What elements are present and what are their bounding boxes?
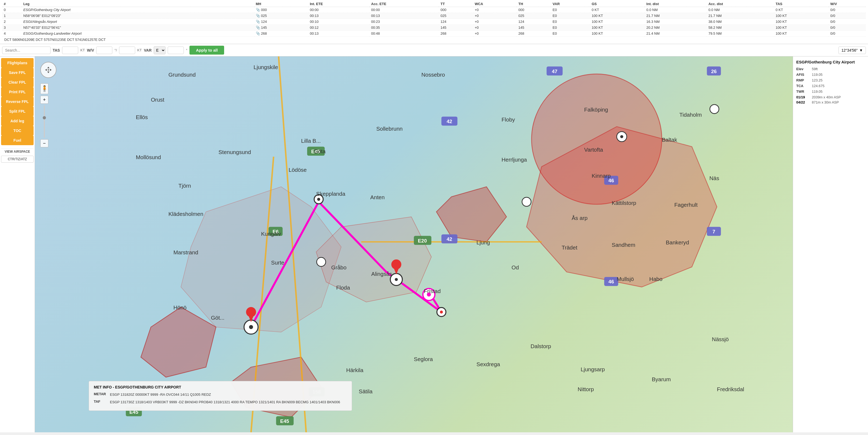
sidebar-btn-save-fpl[interactable]: Save FPL [1,68,34,78]
sidebar-btn-split-fpl[interactable]: Split FPL [1,107,34,116]
table-row[interactable]: 2ESGI/Alingsås Airport📎 12400:1000:23124… [2,19,866,25]
flight-table: # Leg MH Int. ETE Acc. ETE TT WCA TH VAR… [2,1,866,36]
col-mh: MH [254,1,308,7]
table-cell: 00:48 [370,31,439,36]
sidebar-btn-clear-fpl[interactable]: Clear FPL [1,78,34,87]
zoom-in-button[interactable]: + [40,96,49,104]
runway-info: 871m x 30m ASP [812,100,839,104]
table-cell: 0 KT [774,7,829,13]
table-cell: 16.3 NM [645,19,707,25]
tas-label: TAS [53,48,60,52]
wv-input2[interactable]: 0 [119,47,135,54]
apply-to-all-button[interactable]: Apply to all [189,46,224,55]
table-cell: 00:00 [370,7,439,13]
table-cell: 268 [517,31,551,36]
runway-row: 01/192039m x 40m ASP [796,95,865,99]
runway-id: 01/19 [796,95,810,99]
col-tt: TT [439,1,473,7]
table-cell: 00:13 [308,31,370,36]
table-row[interactable]: 4ESGG/Gothenburg-Landvetter Airport📎 268… [2,31,866,36]
zoom-handle [43,116,46,119]
wv-deg-slash: °/ [115,48,117,52]
table-cell: N57°40'33" E012°56'41" [22,25,254,31]
elev-row: Elev 59ft [796,67,865,71]
sidebar-btn-add-leg[interactable]: Add leg [1,116,34,126]
twr-label: TWR [796,89,810,93]
col-wv: W/V [829,1,866,7]
col-acc-dist: Acc. dist [707,1,774,7]
table-row[interactable]: 0ESGP/Gothenburg City Airport📎 00000:000… [2,7,866,13]
table-cell: 79.5 NM [707,31,774,36]
table-cell: +0 [473,19,517,25]
col-int-ete: Int. ETE [308,1,370,7]
table-cell: +0 [473,13,517,19]
afis-value: 119.05 [812,72,823,77]
table-cell: 100 KT [774,25,829,31]
var-select[interactable]: E W [154,46,165,54]
table-row[interactable]: 1N58°06'08" E012°09'23"📎 02500:1300:1302… [2,13,866,19]
table-cell: 3 [2,25,22,31]
table-cell: E0 [551,19,590,25]
map-navigation [40,62,56,80]
table-cell: 00:13 [308,13,370,19]
pan-control[interactable] [40,62,56,78]
table-row[interactable]: 3N57°40'33" E012°56'41"📎 14500:1200:3514… [2,25,866,31]
sidebar-btn-print-fpl[interactable]: Print FPL [1,87,34,97]
rmp-label: RMP [796,78,810,82]
runway-id: 04/22 [796,100,810,104]
col-wca: WCA [473,1,517,7]
col-num: # [2,1,22,7]
flight-table-panel: # Leg MH Int. ETE Acc. ETE TT WCA TH VAR… [0,0,868,44]
table-cell: 100 KT [590,25,645,31]
col-th: TH [517,1,551,7]
col-leg: Leg [22,1,254,7]
rmp-value: 123.25 [812,78,823,82]
toolbar: TAS 100 KT W/V 0 °/ 0 KT VAR E W 0 ° App… [0,44,868,56]
table-cell: 100 KT [590,19,645,25]
dcl-string: DCT 5806N01209E DCT 5757N01235E DCT 5741… [2,36,866,43]
table-cell: 00:12 [308,25,370,31]
table-cell: 124 [439,19,473,25]
met-title: MET INFO - ESGP/GOTHENBURG CITY AIRPORT [94,385,347,389]
table-cell: ESGI/Alingsås Airport [22,19,254,25]
metar-row: METAR ESGP 131820Z 00000KT 9999 -RA OVC0… [94,392,347,397]
table-cell: +0 [473,25,517,31]
twr-row: TWR 119.05 [796,89,865,93]
col-int-dist: Int. dist [645,1,707,7]
search-input[interactable] [2,47,51,54]
table-cell: +0 [473,31,517,36]
table-cell: 4 [2,31,22,36]
map-container[interactable]: E45 E45 E6 E20 47 42 42 46 46 26 7 158 [35,56,793,432]
sidebar-btn-ctr[interactable]: CTR/TIZ/ATZ [1,156,34,163]
runways-list: 01/192039m x 40m ASP04/22871m x 30m ASP [796,95,865,104]
sidebar-btn-fuel[interactable]: Fuel [1,136,34,145]
table-cell: 00:35 [370,25,439,31]
table-cell: 000 [517,7,551,13]
tas-input[interactable]: 100 [62,47,78,54]
info-panel: ESGP/Gothenburg City Airport Elev 59ft A… [793,56,868,432]
table-cell: 20.2 NM [645,25,707,31]
sidebar-btn-toc[interactable]: TOC [1,126,34,136]
zoom-out-button[interactable]: − [40,139,49,147]
streetview-icon[interactable]: 🧍 [40,83,49,94]
col-gs: GS [590,1,645,7]
sidebar-btn-reverse-fpl[interactable]: Reverse FPL [1,97,34,107]
coord-display[interactable]: 12°34'56" ▼ [838,47,866,54]
svg-marker-107 [47,67,50,68]
table-cell: E0 [551,7,590,13]
sidebar-buttons: FlightplansSave FPLClear FPLPrint FPLRev… [1,58,34,145]
var-input[interactable]: 0 [168,47,184,54]
table-cell: E0 [551,13,590,19]
table-cell: 21.7 NM [707,13,774,19]
table-cell: 025 [517,13,551,19]
sidebar-btn-flightplans[interactable]: Flightplans [1,58,34,68]
table-cell: 0/0 [829,31,866,36]
elev-value: 59ft [812,67,818,71]
wv-input1[interactable]: 0 [96,47,112,54]
table-cell: 268 [439,31,473,36]
metar-label: METAR [94,392,107,396]
table-cell: 📎 124 [254,19,308,25]
table-cell: 0/0 [829,13,866,19]
table-cell: 100 KT [774,31,829,36]
table-cell: 0/0 [829,7,866,13]
